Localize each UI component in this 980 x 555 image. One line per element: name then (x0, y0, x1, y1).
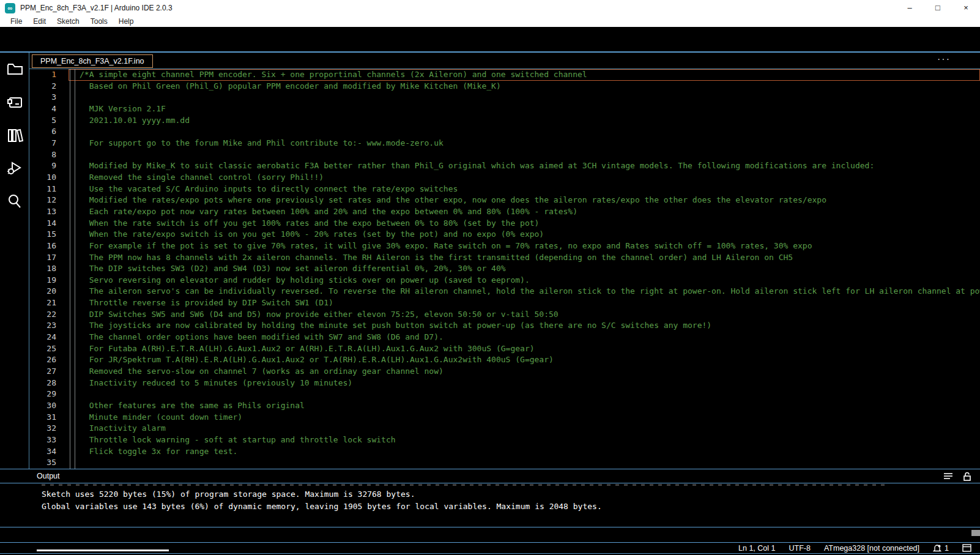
sidebar-item-debug[interactable] (0, 152, 29, 185)
boards-manager-icon (7, 95, 23, 110)
sidebar-item-sketchbook[interactable] (0, 53, 29, 86)
minimize-button[interactable]: – (896, 0, 924, 16)
line-number: 25 (29, 343, 69, 355)
tab-sketch-file[interactable]: PPM_Enc_8ch_F3A_v2.1F.ino (32, 54, 153, 68)
code-line[interactable]: 26 For JR/Spektrum T.A(RH).E.R.A(LH).G.A… (29, 354, 980, 366)
scroll-lock-icon[interactable] (963, 472, 971, 481)
line-text: When the rate/expo switch is on you get … (69, 229, 980, 240)
code-line[interactable]: 15 When the rate/expo switch is on you g… (29, 229, 980, 240)
maximize-button[interactable]: □ (924, 0, 952, 16)
code-line[interactable]: 23 The joysticks are now calibrated by h… (29, 320, 980, 332)
line-text: Servo reversing on elevator and rudder b… (69, 275, 980, 286)
line-text: The PPM now has 8 channels with 2x ailer… (69, 252, 980, 264)
output-panel-header: Output (0, 469, 980, 483)
line-number: 3 (29, 92, 69, 103)
line-text: Modified the rates/expo pots where one p… (69, 195, 980, 206)
line-text: /*A simple eight channel PPM encoder. Si… (69, 69, 980, 81)
editor-tabbar: PPM_Enc_8ch_F3A_v2.1F.ino ··· (29, 53, 980, 69)
code-line[interactable]: 18 The DIP switches SW3 (D2) and SW4 (D3… (29, 263, 980, 275)
code-line[interactable]: 28 Inactivity reduced to 5 minutes (prev… (29, 378, 980, 389)
code-line[interactable]: 6 (29, 126, 980, 138)
line-text: 2021.10.01 yyyy.mm.dd (69, 115, 980, 127)
tab-overflow-menu[interactable]: ··· (937, 54, 951, 65)
board-connection-status[interactable]: ATmega328 [not connected] (824, 544, 919, 553)
code-line[interactable]: 25 For Futaba A(RH).E.T.R.A(LH).G.Aux1.A… (29, 343, 980, 355)
line-text (69, 149, 980, 161)
code-line[interactable]: 5 2021.10.01 yyyy.mm.dd (29, 115, 980, 127)
horizontal-scrollbar-thumb[interactable] (37, 549, 169, 551)
notifications-button[interactable]: 1 (933, 544, 949, 553)
line-text: The DIP switches SW3 (D2) and SW4 (D3) n… (69, 263, 980, 275)
line-number: 24 (29, 332, 69, 343)
code-lines: 1 /*A simple eight channel PPM encoder. … (29, 69, 980, 469)
code-line[interactable]: 24 The channel order options have been m… (29, 332, 980, 343)
code-line[interactable]: 16 For example if the pot is set to give… (29, 240, 980, 252)
menu-item[interactable]: Tools (85, 17, 113, 26)
close-button[interactable]: × (952, 0, 980, 16)
code-editor[interactable]: 1 /*A simple eight channel PPM encoder. … (29, 69, 980, 469)
code-line[interactable]: 22 DIP Switches SW5 and SW6 (D4 and D5) … (29, 309, 980, 321)
code-line[interactable]: 31 Minute minder (count down timer) (29, 412, 980, 423)
line-text: Flick toggle 3x for range test. (69, 446, 980, 458)
code-line[interactable]: 9 Modified by Mike_K to suit classic aer… (29, 160, 980, 172)
line-number: 16 (29, 240, 69, 252)
code-line[interactable]: 2 Based on Phil Green (Phil_G) popular P… (29, 81, 980, 92)
line-number: 20 (29, 286, 69, 297)
line-number: 31 (29, 412, 69, 423)
code-line[interactable]: 8 (29, 149, 980, 161)
code-line[interactable]: 14 When the rate switch is off you get 1… (29, 218, 980, 229)
code-line[interactable]: 19 Servo reversing on elevator and rudde… (29, 275, 980, 286)
code-line[interactable]: 29 (29, 389, 980, 400)
code-line[interactable]: 1 /*A simple eight channel PPM encoder. … (29, 69, 980, 81)
activity-sidebar (0, 53, 29, 469)
code-line[interactable]: 10 Removed the single channel control (s… (29, 172, 980, 184)
line-number: 35 (29, 457, 69, 469)
line-text: The aileron servo's can be individually … (69, 286, 980, 297)
sidebar-item-boards-manager[interactable] (0, 86, 29, 119)
line-number: 11 (29, 184, 69, 195)
line-text: MJK Version 2.1F (69, 103, 980, 115)
code-line[interactable]: 30 Other features are the same as Phils … (29, 400, 980, 412)
cursor-position[interactable]: Ln 1, Col 1 (738, 544, 775, 553)
line-text: Each rate/expo pot now vary rates betwee… (69, 206, 980, 218)
code-line[interactable]: 34 Flick toggle 3x for range test. (29, 446, 980, 458)
code-line[interactable]: 27 Removed the servo-slow on channel 7 (… (29, 366, 980, 378)
encoding-indicator[interactable]: UTF-8 (789, 544, 811, 553)
line-number: 22 (29, 309, 69, 321)
code-line[interactable]: 21 Throttle reverse is provided by DIP S… (29, 297, 980, 309)
code-line[interactable]: 35 (29, 457, 980, 469)
line-text: Based on Phil Green (Phil_G) popular PPM… (69, 81, 980, 92)
library-manager-icon (7, 127, 23, 143)
code-line[interactable]: 4 MJK Version 2.1F (29, 103, 980, 115)
code-line[interactable]: 33 Throttle lock warning - soft at start… (29, 434, 980, 446)
code-line[interactable]: 12 Modified the rates/expo pots where on… (29, 195, 980, 206)
scrollbar-thumb[interactable] (971, 530, 980, 536)
code-line[interactable]: 11 Use the vacated S/C Arduino inputs to… (29, 184, 980, 195)
output-console[interactable]: Sketch uses 5220 bytes (15%) of program … (0, 484, 980, 527)
output-line: Global variables use 143 bytes (6%) of d… (0, 501, 980, 513)
menu-item[interactable]: Edit (28, 17, 51, 26)
code-line[interactable]: 13 Each rate/expo pot now vary rates bet… (29, 206, 980, 218)
code-line[interactable]: 3 (29, 92, 980, 103)
line-number: 30 (29, 400, 69, 412)
code-line[interactable]: 17 The PPM now has 8 channels with 2x ai… (29, 252, 980, 264)
code-line[interactable]: 32 Inactivity alarm (29, 423, 980, 434)
sidebar-item-library-manager[interactable] (0, 119, 29, 152)
toggle-panel-button[interactable] (962, 544, 971, 552)
menu-item[interactable]: File (5, 17, 28, 26)
sketchbook-folder-icon (7, 62, 23, 76)
menu-item[interactable]: Help (113, 17, 139, 26)
code-line[interactable]: 20 The aileron servo's can be individual… (29, 286, 980, 297)
line-text: Removed the servo-slow on channel 7 (wor… (69, 366, 980, 378)
line-text: The joysticks are now calibrated by hold… (69, 320, 980, 332)
line-text (69, 126, 980, 138)
menu-item[interactable]: Sketch (51, 17, 85, 26)
panel-toggle-icon (962, 544, 971, 552)
clear-output-icon[interactable] (943, 472, 953, 480)
sidebar-item-search[interactable] (0, 185, 29, 218)
code-line[interactable]: 7 For support go to the forum Mike and P… (29, 138, 980, 149)
line-number: 2 (29, 81, 69, 92)
line-number: 17 (29, 252, 69, 264)
line-text: The channel order options have been modi… (69, 332, 980, 343)
line-number: 5 (29, 115, 69, 127)
